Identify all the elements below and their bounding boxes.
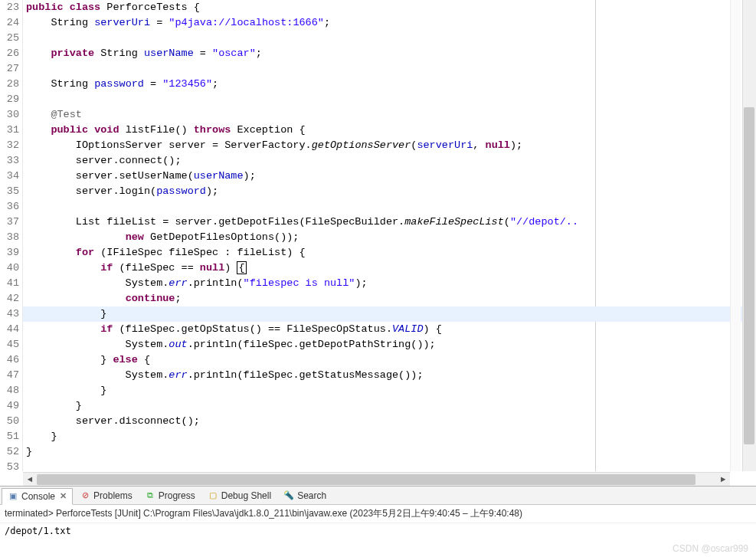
line-number[interactable]: 37 <box>0 215 19 230</box>
line-number[interactable]: 36 <box>0 199 19 215</box>
bottom-panel: ▣ Console ✕ ⊘ Problems ⧉ Progress ▢ Debu… <box>0 486 756 557</box>
code-line[interactable]: } <box>23 383 756 398</box>
tab-debug-shell[interactable]: ▢ Debug Shell <box>202 487 277 504</box>
code-line[interactable]: server.connect(); <box>23 153 756 169</box>
code-line[interactable]: server.setUserName(userName); <box>23 169 756 184</box>
line-number[interactable]: 30 <box>0 107 19 123</box>
code-area[interactable]: public class PerforceTests { String serv… <box>23 0 756 471</box>
code-line[interactable]: System.err.println(fileSpec.getStatusMes… <box>23 368 756 383</box>
code-line[interactable]: continue; <box>23 291 756 306</box>
code-line[interactable]: private String userName = "oscar"; <box>23 46 756 61</box>
line-number[interactable]: 31 <box>0 123 19 138</box>
tab-problems[interactable]: ⊘ Problems <box>74 487 138 504</box>
line-number[interactable]: 35 <box>0 184 19 199</box>
progress-icon: ⧉ <box>145 490 155 501</box>
tab-label: Problems <box>93 490 133 501</box>
code-line[interactable]: } <box>23 429 756 444</box>
code-line[interactable]: @Test <box>23 107 756 123</box>
line-number[interactable]: 48 <box>0 383 19 398</box>
code-line[interactable]: System.out.println(fileSpec.getDepotPath… <box>23 337 756 352</box>
code-line[interactable]: } <box>23 306 756 322</box>
tab-label: Search <box>297 490 326 501</box>
line-number[interactable]: 43 <box>0 306 19 322</box>
code-line[interactable]: } else { <box>23 352 756 368</box>
scroll-right-arrow-icon[interactable]: ► <box>716 475 730 484</box>
vertical-scroll-thumb[interactable] <box>744 107 754 444</box>
line-number[interactable]: 44 <box>0 322 19 337</box>
tab-label: Debug Shell <box>221 490 271 501</box>
line-number[interactable]: 34 <box>0 169 19 184</box>
code-line[interactable]: server.disconnect(); <box>23 414 756 429</box>
line-number[interactable]: 46 <box>0 352 19 368</box>
code-line[interactable] <box>23 61 756 77</box>
line-number[interactable]: 23 <box>0 0 19 15</box>
problems-icon: ⊘ <box>80 490 90 501</box>
code-line[interactable]: server.login(password); <box>23 184 756 199</box>
close-icon[interactable]: ✕ <box>60 491 67 501</box>
overview-ruler[interactable] <box>730 0 741 471</box>
code-line[interactable]: System.err.println("filespec is null"); <box>23 276 756 291</box>
tab-console[interactable]: ▣ Console ✕ <box>2 488 73 505</box>
line-number[interactable]: 32 <box>0 138 19 153</box>
code-line[interactable]: new GetDepotFilesOptions()); <box>23 230 756 245</box>
line-number[interactable]: 50 <box>0 414 19 429</box>
line-number[interactable]: 38 <box>0 230 19 245</box>
code-line[interactable]: for (IFileSpec fileSpec : fileList) { <box>23 245 756 260</box>
line-number[interactable]: 33 <box>0 153 19 169</box>
line-number[interactable]: 47 <box>0 368 19 383</box>
code-line[interactable]: if (fileSpec == null) { <box>23 260 756 276</box>
tab-label: Console <box>21 491 55 502</box>
scroll-left-arrow-icon[interactable]: ◄ <box>23 475 37 484</box>
line-number[interactable]: 41 <box>0 276 19 291</box>
code-line[interactable]: if (fileSpec.getOpStatus() == FileSpecOp… <box>23 322 756 337</box>
console-icon: ▣ <box>8 491 18 502</box>
code-line[interactable]: String password = "123456"; <box>23 77 756 92</box>
debug-shell-icon: ▢ <box>208 490 218 501</box>
editor-pane: 2324252627282930313233343536373839404142… <box>0 0 756 486</box>
panel-tabs: ▣ Console ✕ ⊘ Problems ⧉ Progress ▢ Debu… <box>0 487 756 505</box>
code-line[interactable] <box>23 199 756 215</box>
code-line[interactable]: public void listFile() throws Exception … <box>23 123 756 138</box>
vertical-scrollbar[interactable] <box>742 0 756 471</box>
code-line[interactable]: IOptionsServer server = ServerFactory.ge… <box>23 138 756 153</box>
line-number[interactable]: 25 <box>0 31 19 46</box>
line-number[interactable]: 28 <box>0 77 19 92</box>
line-number[interactable]: 40 <box>0 260 19 276</box>
code-line[interactable]: } <box>23 444 756 460</box>
tab-label: Progress <box>159 490 195 501</box>
code-line[interactable] <box>23 31 756 46</box>
horizontal-scrollbar[interactable]: ◄ ► <box>23 472 730 486</box>
line-number[interactable]: 53 <box>0 460 19 475</box>
tab-search[interactable]: 🔦 Search <box>278 487 332 504</box>
line-number[interactable]: 29 <box>0 92 19 107</box>
code-line[interactable]: String serverUri = "p4java://localhost:1… <box>23 15 756 31</box>
line-number[interactable]: 45 <box>0 337 19 352</box>
code-line[interactable] <box>23 92 756 107</box>
tab-progress[interactable]: ⧉ Progress <box>139 487 201 504</box>
line-number[interactable]: 39 <box>0 245 19 260</box>
line-number[interactable]: 24 <box>0 15 19 31</box>
line-number-gutter[interactable]: 2324252627282930313233343536373839404142… <box>0 0 23 471</box>
line-number[interactable]: 52 <box>0 444 19 460</box>
code-line[interactable]: } <box>23 398 756 414</box>
line-number[interactable]: 26 <box>0 46 19 61</box>
console-status: terminated> PerforceTests [JUnit] C:\Pro… <box>0 505 756 523</box>
search-icon: 🔦 <box>283 490 294 501</box>
line-number[interactable]: 51 <box>0 429 19 444</box>
console-output[interactable]: /depot/1.txt <box>0 523 756 539</box>
code-line[interactable]: public class PerforceTests { <box>23 0 756 15</box>
horizontal-scroll-thumb[interactable] <box>37 474 695 485</box>
code-line[interactable]: List fileList = server.getDepotFiles(Fil… <box>23 215 756 230</box>
code-line[interactable] <box>23 460 756 471</box>
line-number[interactable]: 27 <box>0 61 19 77</box>
line-number[interactable]: 49 <box>0 398 19 414</box>
line-number[interactable]: 42 <box>0 291 19 306</box>
